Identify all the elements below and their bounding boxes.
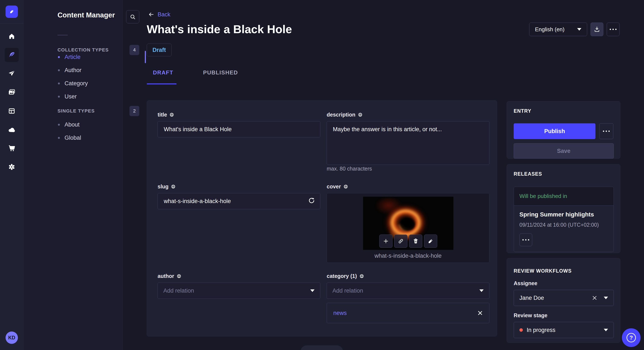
ellipsis-icon: [522, 239, 529, 240]
edit-form-card: title description Maybe the answer is in…: [147, 100, 497, 336]
single-types-count: 2: [130, 106, 139, 116]
export-button[interactable]: [590, 22, 603, 36]
bullet-icon: [58, 96, 60, 98]
field-description: description Maybe the answer is in this …: [327, 112, 490, 166]
bullet-icon: [58, 69, 60, 71]
remove-relation-button[interactable]: [477, 310, 483, 316]
nav-marketplace[interactable]: [0, 141, 24, 156]
section-label: SINGLE TYPES: [58, 108, 95, 114]
globe-icon: [360, 274, 364, 278]
active-item-indicator: [145, 51, 146, 63]
sidebar-item-about[interactable]: About: [53, 118, 139, 131]
user-avatar[interactable]: KD: [6, 332, 18, 344]
chevron-down-icon: [480, 289, 484, 292]
nav-content-manager[interactable]: [0, 47, 24, 62]
globe-icon: [171, 184, 176, 189]
releases-heading: RELEASES: [514, 171, 613, 177]
home-icon: [8, 32, 15, 40]
version-tabs: DRAFT PUBLISHED: [153, 69, 238, 76]
release-more-button[interactable]: [520, 233, 532, 246]
field-label-description: description: [327, 112, 490, 118]
tab-draft[interactable]: DRAFT: [153, 69, 173, 76]
main-nav-rail: KD: [0, 0, 24, 350]
question-mark-icon: ?: [626, 333, 636, 342]
content-manager-subnav: Content Manager COLLECTION TYPES 4 Artic…: [24, 0, 122, 350]
description-textarea[interactable]: Maybe the answer is in this article, or …: [327, 121, 490, 165]
field-label-title: title: [158, 112, 320, 118]
field-slug: slug: [158, 183, 320, 209]
clear-icon[interactable]: [592, 295, 597, 301]
chevron-down-icon: [604, 329, 608, 331]
single-types-header: SINGLE TYPES 2: [58, 106, 139, 116]
cloud-icon: [8, 126, 16, 134]
author-relation-combobox[interactable]: Add relation: [158, 283, 320, 299]
field-label-slug: slug: [158, 183, 320, 190]
sidebar-item-user[interactable]: User: [53, 90, 139, 103]
regenerate-slug-button[interactable]: [308, 197, 315, 205]
plus-icon: [383, 238, 389, 244]
release-date: 09/11/2024 at 16:00 (UTC+02:00): [520, 222, 608, 228]
entry-more-button[interactable]: [599, 123, 613, 139]
field-title: title: [158, 112, 320, 137]
chevron-down-icon: [310, 289, 314, 292]
edit-media-button[interactable]: [424, 234, 437, 248]
bullet-icon: [58, 56, 60, 58]
nav-settings[interactable]: [0, 160, 24, 174]
delete-media-button[interactable]: [409, 234, 422, 248]
save-button[interactable]: Save: [514, 143, 614, 159]
black-hole-shadow: [400, 217, 416, 231]
avatar-initials: KD: [8, 335, 15, 341]
sidebar-item-category[interactable]: Category: [53, 77, 139, 90]
globe-icon: [344, 184, 348, 189]
media-gallery-icon: [8, 88, 16, 96]
globe-icon: [358, 113, 362, 117]
header-more-button[interactable]: [607, 22, 620, 36]
strapi-logo-icon: [8, 8, 15, 15]
nav-deploy[interactable]: [0, 122, 24, 137]
cover-actions: [379, 234, 437, 248]
release-card: Will be published in Spring Summer highl…: [514, 187, 614, 252]
sidebar-item-global[interactable]: Global: [53, 131, 139, 144]
bullet-icon: [58, 124, 60, 126]
tab-published[interactable]: PUBLISHED: [203, 69, 238, 76]
field-label-cover: cover: [327, 183, 490, 190]
relation-news-link[interactable]: news: [333, 310, 347, 316]
locale-select[interactable]: English (en): [529, 22, 587, 36]
review-stage-combobox[interactable]: In progress: [514, 322, 614, 338]
search-button[interactable]: [126, 10, 139, 23]
back-link[interactable]: Back: [148, 11, 170, 18]
header-actions: English (en): [529, 22, 620, 36]
slug-input[interactable]: [158, 193, 320, 209]
help-button[interactable]: ?: [622, 328, 640, 347]
nav-media-library[interactable]: [0, 85, 24, 100]
assignee-label: Assignee: [514, 280, 613, 286]
cover-media-box: what-s-inside-a-black-hole: [327, 193, 490, 263]
release-status-banner: Will be published in: [514, 187, 614, 206]
add-media-button[interactable]: [379, 234, 392, 248]
nav-releases[interactable]: [0, 66, 24, 81]
description-hint: max. 80 characters: [327, 166, 372, 172]
page-title: What's inside a Black Hole: [147, 22, 292, 36]
field-author: author Add relation: [158, 273, 320, 299]
review-workflows-panel: REVIEW WORKFLOWS Assignee Jane Doe Revie…: [507, 258, 620, 343]
nav-home[interactable]: [0, 29, 24, 44]
download-icon: [594, 26, 600, 32]
subnav-title: Content Manager: [58, 11, 115, 19]
sidebar-item-author[interactable]: Author: [53, 64, 139, 77]
copy-link-button[interactable]: [394, 234, 408, 248]
nav-content-type-builder[interactable]: [0, 104, 24, 118]
bullet-icon: [58, 137, 60, 139]
category-relation-combobox[interactable]: Add relation: [327, 283, 490, 299]
release-name: Spring Summer highlights: [520, 211, 608, 218]
sidebar-item-article[interactable]: Article: [53, 50, 139, 64]
rail-divider: [0, 23, 24, 24]
feather-icon: [8, 51, 16, 59]
assignee-combobox[interactable]: Jane Doe: [514, 290, 614, 306]
pencil-icon: [428, 238, 434, 244]
publish-button[interactable]: Publish: [514, 123, 596, 139]
stage-status-dot: [520, 328, 523, 332]
strapi-logo[interactable]: [6, 5, 18, 18]
globe-icon: [170, 113, 174, 117]
title-input[interactable]: [158, 121, 320, 137]
link-icon: [398, 238, 404, 244]
